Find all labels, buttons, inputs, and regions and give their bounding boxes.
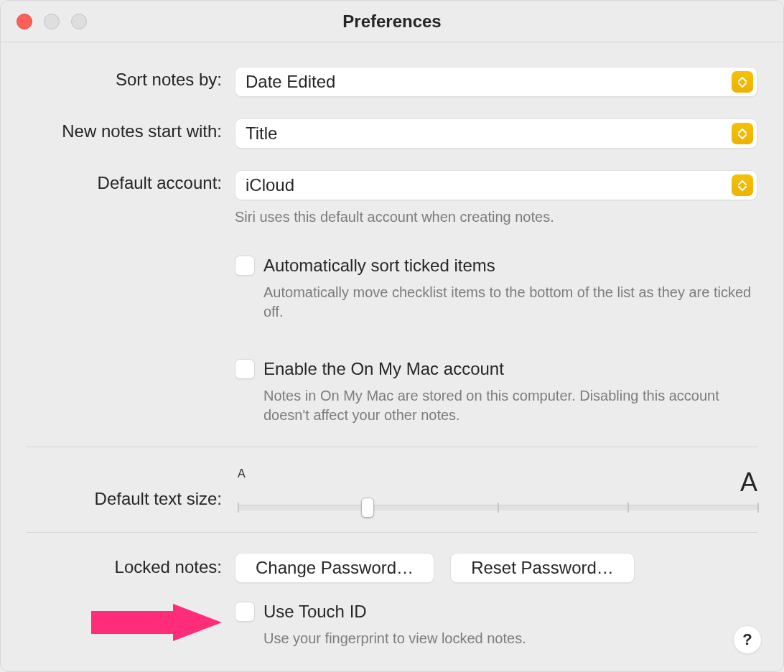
section-divider <box>27 447 757 447</box>
chevron-up-down-icon <box>732 174 753 196</box>
slider-tick <box>498 503 499 513</box>
default-text-size-label: Default text size: <box>27 469 235 509</box>
use-touch-id-label: Use Touch ID <box>263 602 367 622</box>
chevron-up-down-icon <box>732 123 753 144</box>
help-button[interactable]: ? <box>733 625 762 654</box>
reset-password-button[interactable]: Reset Password… <box>450 553 635 583</box>
zoom-window-button[interactable] <box>71 14 87 29</box>
new-notes-start-value: Title <box>246 123 732 144</box>
section-divider <box>27 532 757 533</box>
slider-scale-labels: A A <box>238 467 757 498</box>
default-account-helper: Siri uses this default account when crea… <box>235 207 752 227</box>
slider-tick <box>627 503 629 513</box>
close-window-button[interactable] <box>17 14 32 29</box>
window-controls <box>17 14 87 29</box>
auto-sort-checkbox[interactable] <box>235 256 255 276</box>
use-touch-id-helper: Use your fingerprint to view locked note… <box>263 629 757 648</box>
slider-tick <box>238 503 239 513</box>
slider-thumb[interactable] <box>361 498 374 518</box>
new-notes-start-popup[interactable]: Title <box>235 118 757 149</box>
default-account-label: Default account: <box>27 170 235 193</box>
auto-sort-label: Automatically sort ticked items <box>263 256 495 276</box>
slider-big-a: A <box>740 467 757 498</box>
title-bar: Preferences <box>1 1 783 42</box>
sort-notes-by-popup[interactable]: Date Edited <box>235 67 757 97</box>
slider-small-a: A <box>238 467 246 498</box>
sort-notes-by-value: Date Edited <box>246 72 732 92</box>
sort-notes-by-label: Sort notes by: <box>27 67 235 90</box>
default-account-value: iCloud <box>246 175 732 195</box>
chevron-up-down-icon <box>732 71 753 93</box>
enable-onmymac-label: Enable the On My Mac account <box>263 359 504 379</box>
default-account-popup[interactable]: iCloud <box>235 170 757 200</box>
minimize-window-button[interactable] <box>44 14 60 29</box>
new-notes-start-label: New notes start with: <box>27 118 235 141</box>
auto-sort-helper: Automatically move checklist items to th… <box>263 283 757 322</box>
preferences-content: Sort notes by: Date Edited New notes sta… <box>1 42 783 666</box>
use-touch-id-checkbox[interactable] <box>235 602 255 622</box>
enable-onmymac-helper: Notes in On My Mac are stored on this co… <box>263 386 757 425</box>
window-title: Preferences <box>342 11 441 32</box>
change-password-button[interactable]: Change Password… <box>235 553 434 583</box>
locked-notes-label: Locked notes: <box>27 553 235 577</box>
help-glyph: ? <box>742 630 752 649</box>
text-size-slider[interactable] <box>238 505 757 510</box>
slider-tick <box>757 503 759 513</box>
enable-onmymac-checkbox[interactable] <box>235 359 255 379</box>
